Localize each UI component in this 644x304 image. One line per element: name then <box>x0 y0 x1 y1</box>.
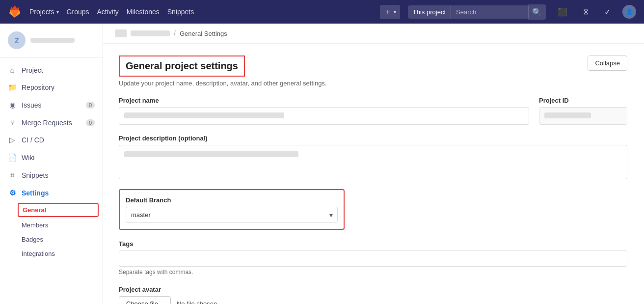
wiki-icon: 📄 <box>8 153 17 162</box>
todo-icon[interactable]: ✓ <box>600 5 615 19</box>
sidebar-item-label: Project <box>22 66 43 74</box>
sidebar-item-wiki[interactable]: 📄 Wiki <box>0 149 103 166</box>
breadcrumb-current: General Settings <box>180 30 227 37</box>
project-name-input[interactable] <box>119 107 529 125</box>
main-content: / General Settings General project setti… <box>103 24 644 304</box>
search-icon: 🔍 <box>528 4 546 20</box>
breadcrumb: / General Settings <box>103 24 644 44</box>
breadcrumb-icon <box>115 29 127 37</box>
description-group: Project description (optional) <box>119 135 627 179</box>
project-name-group: Project name <box>119 97 529 125</box>
sub-item-label: General <box>23 206 46 214</box>
merge-request-icon[interactable]: ⧖ <box>579 5 592 18</box>
section-subtitle: Update your project name, description, a… <box>119 80 326 87</box>
default-branch-section: Default Branch master ▾ <box>119 189 345 230</box>
sidebar-navigation: ⌂ Project 📁 Repository ◉ Issues 0 ⑂ Merg… <box>0 57 103 304</box>
sidebar-item-label: Repository <box>22 83 54 91</box>
issues-badge: 0 <box>86 102 95 109</box>
new-item-button[interactable]: ＋ ▾ <box>380 5 400 19</box>
rocket-icon: ▷ <box>8 136 17 144</box>
sidebar-item-repository[interactable]: 📁 Repository <box>0 79 103 96</box>
description-label: Project description (optional) <box>119 135 627 142</box>
plus-icon: ＋ <box>384 7 392 17</box>
project-name-row: Project name Project ID <box>119 97 627 125</box>
project-name-placeholder <box>124 112 284 118</box>
navbar: Projects ▾ Groups Activity Milestones Sn… <box>0 0 644 24</box>
nav-projects[interactable]: Projects ▾ <box>29 8 59 16</box>
user-avatar[interactable]: 👤 <box>622 5 636 19</box>
code-review-icon[interactable]: ⬛ <box>554 5 571 19</box>
breadcrumb-separator: / <box>174 29 176 37</box>
tags-label: Tags <box>119 240 133 248</box>
sidebar-sub-item-general[interactable]: General <box>18 203 99 217</box>
project-avatar-label: Project avatar <box>119 286 161 293</box>
sidebar-item-label: Snippets <box>22 171 48 179</box>
search-box: This project 🔍 <box>408 4 546 20</box>
project-id-label: Project ID <box>539 97 627 104</box>
nav-snippets[interactable]: Snippets <box>167 8 194 16</box>
collapse-button[interactable]: Collapse <box>588 55 627 71</box>
sidebar-item-project[interactable]: ⌂ Project <box>0 61 103 79</box>
book-icon: 📁 <box>8 83 17 92</box>
branch-select[interactable]: master <box>126 207 338 223</box>
search-scope-button[interactable]: This project <box>408 5 451 19</box>
sidebar-sub-item-integrations[interactable]: Integrations <box>0 247 103 261</box>
gear-icon: ⚙ <box>8 189 17 197</box>
default-branch-label: Default Branch <box>126 196 171 204</box>
issue-icon: ◉ <box>8 101 17 110</box>
sidebar: Z ⌂ Project 📁 Repository ◉ Issues 0 ⑂ Me… <box>0 24 103 304</box>
section-title: General project settings <box>126 60 238 72</box>
sidebar-item-label: Merge Requests <box>22 119 72 127</box>
merge-icon: ⑂ <box>8 118 17 127</box>
sub-item-label: Integrations <box>22 250 55 257</box>
avatar: Z <box>8 31 26 49</box>
brand[interactable] <box>8 5 22 19</box>
settings-sub-items: General Members Badges Integrations <box>0 203 103 261</box>
sidebar-item-issues[interactable]: ◉ Issues 0 <box>0 96 103 114</box>
section-header: General project settings Update your pro… <box>119 55 627 87</box>
choose-file-button[interactable]: Choose file... <box>119 296 171 304</box>
project-name-label: Project name <box>119 97 529 104</box>
description-placeholder <box>124 151 298 157</box>
sub-item-label: Members <box>22 221 48 229</box>
project-id-group: Project ID <box>539 97 627 125</box>
sidebar-sub-item-members[interactable]: Members <box>0 218 103 232</box>
username-placeholder <box>30 38 75 43</box>
sidebar-item-label: Issues <box>22 101 41 109</box>
branch-select-wrapper: master ▾ <box>126 207 338 223</box>
nav-milestones[interactable]: Milestones <box>127 8 160 16</box>
tags-hint: Separate tags with commas. <box>119 269 627 276</box>
merge-requests-badge: 0 <box>86 119 95 126</box>
chevron-down-icon: ▾ <box>56 9 59 15</box>
sidebar-user[interactable]: Z <box>0 24 103 57</box>
file-chosen-label: No file chosen <box>177 300 217 304</box>
sidebar-item-label: Wiki <box>22 154 34 162</box>
nav-groups[interactable]: Groups <box>67 8 89 16</box>
page-layout: Z ⌂ Project 📁 Repository ◉ Issues 0 ⑂ Me… <box>0 24 644 304</box>
snippet-icon: ⌗ <box>8 171 17 180</box>
avatar-row: Choose file... No file chosen <box>119 296 627 304</box>
project-id-placeholder <box>544 112 591 118</box>
sidebar-sub-item-badges[interactable]: Badges <box>0 232 103 247</box>
home-icon: ⌂ <box>8 66 17 74</box>
tags-section: Tags Separate tags with commas. <box>119 240 627 276</box>
sub-item-label: Badges <box>22 236 43 243</box>
avatar-section: Project avatar Choose file... No file ch… <box>119 285 627 304</box>
search-input[interactable] <box>451 5 529 19</box>
description-textarea[interactable] <box>119 145 627 179</box>
nav-activity[interactable]: Activity <box>97 8 119 16</box>
sidebar-item-label: Settings <box>22 189 49 197</box>
project-id-input <box>539 107 627 125</box>
sidebar-item-snippets[interactable]: ⌗ Snippets <box>0 166 103 184</box>
sidebar-item-cicd[interactable]: ▷ CI / CD <box>0 131 103 149</box>
chevron-down-icon: ▾ <box>394 9 396 15</box>
tags-input[interactable] <box>119 250 627 267</box>
breadcrumb-project-placeholder <box>131 30 170 36</box>
settings-content: General project settings Update your pro… <box>103 44 643 304</box>
sidebar-item-settings[interactable]: ⚙ Settings <box>0 184 103 202</box>
section-title-box: General project settings <box>119 55 245 77</box>
gitlab-logo <box>8 5 22 19</box>
sidebar-item-label: CI / CD <box>22 136 44 144</box>
sidebar-item-merge-requests[interactable]: ⑂ Merge Requests 0 <box>0 114 103 131</box>
